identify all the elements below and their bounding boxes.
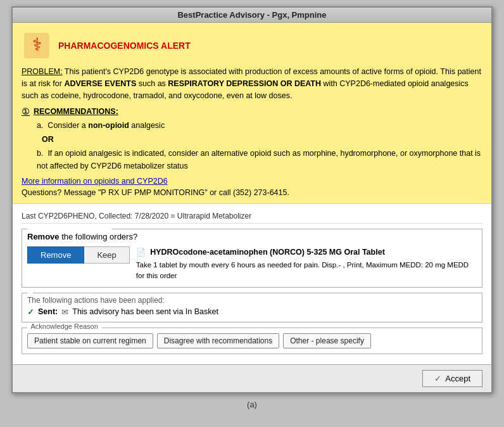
acknowledge-legend: Acknowledge Reason — [27, 322, 102, 330]
remove-label: Remove the following orders? — [27, 232, 477, 241]
drug-directions: Take 1 tablet by mouth every 6 hours as … — [136, 260, 477, 282]
warning-icon: ① — [22, 106, 30, 117]
rec-list: a. Consider a non-opioid analgesic OR b.… — [22, 119, 482, 172]
keep-button[interactable]: Keep — [84, 246, 129, 264]
adverse-text: ADVERSE EVENTS — [64, 79, 136, 88]
footer-bar: ✓ Accept — [13, 364, 491, 392]
cyp2d6-link[interactable]: More information on opioids and CYP2D6 — [22, 177, 168, 186]
actions-label: The following actions have been applied: — [27, 296, 477, 305]
cyp-line: Last CYP2D6PHENO, Collected: 7/28/2020 =… — [22, 209, 482, 224]
remove-section: Remove the following orders? Remove Keep… — [22, 229, 482, 287]
rec-title-text: RECOMMENDATIONS: — [34, 107, 118, 116]
main-window: BestPractice Advisory - Pgx, Pmpnine ⚕ P… — [11, 6, 493, 393]
sent-label: Sent: — [38, 307, 58, 316]
problem-text: PROBLEM: This patient's CYP2D6 genotype … — [22, 66, 482, 101]
ack-buttons-container: Patient stable on current regimen Disagr… — [27, 333, 477, 348]
document-icon: 📄 — [136, 248, 146, 257]
alert-icon: ⚕ — [22, 30, 52, 61]
ack-btn-disagree[interactable]: Disagree with recommendations — [157, 333, 279, 348]
alert-body: ⚕ PHARMACOGENOMICS ALERT PROBLEM: This p… — [13, 23, 491, 204]
svg-text:⚕: ⚕ — [32, 35, 42, 54]
rec-or: OR — [32, 133, 482, 146]
accept-label: Accept — [445, 374, 470, 383]
actions-legend — [27, 288, 33, 295]
resp-text: RESPIRATORY DEPRESSION OR DEATH — [168, 79, 321, 88]
ack-btn-stable[interactable]: Patient stable on current regimen — [27, 333, 153, 348]
questions-text: Questions? Message "P RX UF PMP MONITORI… — [22, 188, 482, 197]
rec-item-a: a. Consider a non-opioid analgesic — [32, 119, 482, 132]
caption: (a) — [247, 400, 257, 409]
accept-button[interactable]: ✓ Accept — [422, 370, 482, 387]
remove-row: Remove Keep 📄 HYDROcodone-acetaminophen … — [27, 246, 477, 281]
title-bar: BestPractice Advisory - Pgx, Pmpnine — [13, 8, 491, 23]
sent-text: This advisory has been sent via In Baske… — [72, 307, 218, 316]
accept-checkmark-icon: ✓ — [434, 374, 441, 383]
remove-legend — [27, 224, 112, 231]
recommendations: ① RECOMMENDATIONS: a. Consider a non-opi… — [22, 106, 482, 172]
white-section: Last CYP2D6PHENO, Collected: 7/28/2020 =… — [13, 204, 491, 364]
actions-section: The following actions have been applied:… — [22, 293, 482, 322]
drug-name: HYDROcodone-acetaminophen (NORCO) 5-325 … — [150, 248, 385, 257]
window-title: BestPractice Advisory - Pgx, Pmpnine — [177, 10, 326, 20]
drug-info: 📄 HYDROcodone-acetaminophen (NORCO) 5-32… — [136, 246, 477, 281]
checkmark-icon: ✓ — [27, 307, 34, 317]
alert-header: ⚕ PHARMACOGENOMICS ALERT — [22, 30, 482, 61]
acknowledge-section: Acknowledge Reason Patient stable on cur… — [22, 328, 482, 354]
rec-item-b: b. If an opioid analgesic is indicated, … — [32, 147, 482, 172]
mid-text: such as — [136, 79, 168, 88]
rec-title: ① RECOMMENDATIONS: — [22, 106, 482, 117]
alert-title: PHARMACOGENOMICS ALERT — [58, 41, 191, 51]
drug-name-row: 📄 HYDROcodone-acetaminophen (NORCO) 5-32… — [136, 246, 477, 258]
ack-buttons: Patient stable on current regimen Disagr… — [27, 333, 477, 348]
sent-row: ✓ Sent: ✉ This advisory has been sent vi… — [27, 307, 477, 317]
remove-keep-buttons: Remove Keep — [27, 246, 130, 264]
envelope-icon: ✉ — [61, 307, 68, 317]
problem-label: PROBLEM: — [22, 67, 63, 76]
ack-btn-other[interactable]: Other - please specify — [283, 333, 371, 348]
remove-button[interactable]: Remove — [27, 246, 84, 264]
